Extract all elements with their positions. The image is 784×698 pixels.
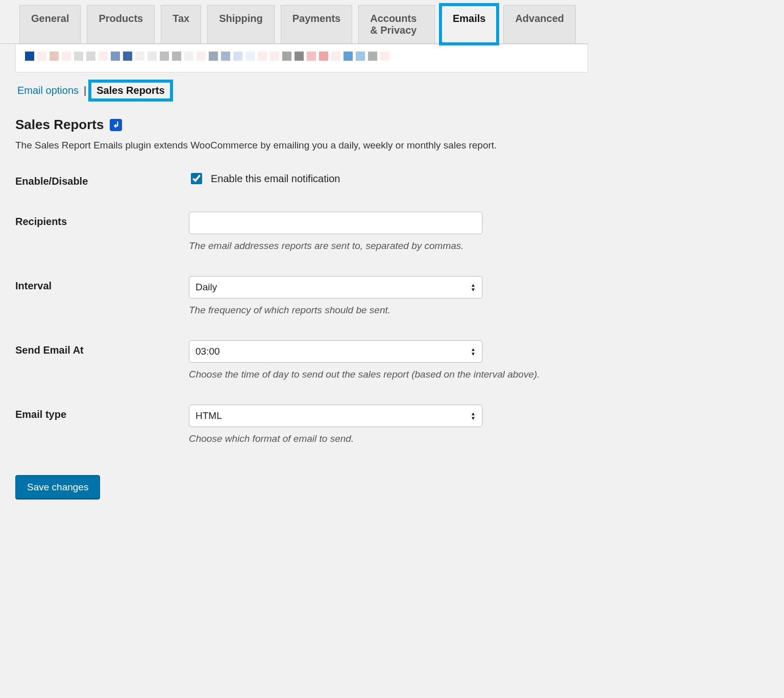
send-at-select[interactable]: 03:00 ▲▼ xyxy=(189,340,482,363)
mosaic-swatch xyxy=(319,52,328,61)
mosaic-swatch xyxy=(62,52,71,61)
tab-emails[interactable]: Emails xyxy=(441,5,497,43)
mosaic-swatch xyxy=(270,52,279,61)
send-at-value: 03:00 xyxy=(195,346,220,357)
mosaic-swatch xyxy=(135,52,144,61)
recipients-help: The email addresses reports are sent to,… xyxy=(189,240,573,252)
mosaic-swatch xyxy=(331,52,340,61)
row-recipients: Recipients The email addresses reports a… xyxy=(15,212,573,252)
subtab-separator: | xyxy=(84,85,86,96)
mosaic-swatch xyxy=(356,52,365,61)
interval-select[interactable]: Daily ▲▼ xyxy=(189,276,482,298)
tab-tax[interactable]: Tax xyxy=(161,5,201,43)
mosaic-swatch xyxy=(282,52,291,61)
mosaic-swatch xyxy=(380,52,389,61)
chevron-updown-icon: ▲▼ xyxy=(471,283,476,292)
mosaic-swatch xyxy=(307,52,316,61)
label-email-type: Email type xyxy=(15,405,174,420)
tab-shipping[interactable]: Shipping xyxy=(207,5,275,43)
email-type-select[interactable]: HTML ▲▼ xyxy=(189,405,482,427)
send-at-help: Choose the time of day to send out the s… xyxy=(189,369,573,380)
back-badge-icon[interactable]: ↲ xyxy=(110,119,122,131)
mosaic-swatch xyxy=(99,52,108,61)
row-enable: Enable/Disable Enable this email notific… xyxy=(15,171,573,187)
mosaic-swatch xyxy=(258,52,267,61)
mosaic-swatch xyxy=(233,52,242,61)
page-description: The Sales Report Emails plugin extends W… xyxy=(15,140,573,151)
page-title: Sales Reports ↲ xyxy=(15,117,573,133)
mosaic-swatch xyxy=(123,52,132,61)
chevron-updown-icon: ▲▼ xyxy=(471,412,476,420)
tab-advanced[interactable]: Advanced xyxy=(503,5,576,43)
settings-tabs: General Products Tax Shipping Payments A… xyxy=(0,0,588,44)
mosaic-swatch xyxy=(184,52,193,61)
recipients-input[interactable] xyxy=(189,212,482,234)
interval-help: The frequency of which reports should be… xyxy=(189,305,573,316)
tab-general[interactable]: General xyxy=(19,5,81,43)
chevron-updown-icon: ▲▼ xyxy=(471,347,476,356)
enable-checkbox-label: Enable this email notification xyxy=(211,173,340,185)
row-interval: Interval Daily ▲▼ The frequency of which… xyxy=(15,276,573,316)
mosaic-swatch xyxy=(37,52,46,61)
mosaic-swatch xyxy=(148,52,157,61)
mosaic-swatch xyxy=(74,52,83,61)
row-send-at: Send Email At 03:00 ▲▼ Choose the time o… xyxy=(15,340,573,380)
mosaic-swatch xyxy=(86,52,95,61)
mosaic-swatch xyxy=(246,52,255,61)
decorative-mosaic xyxy=(15,44,588,72)
mosaic-swatch xyxy=(25,52,34,61)
email-type-help: Choose which format of email to send. xyxy=(189,433,573,444)
label-interval: Interval xyxy=(15,276,174,292)
subtab-sales-reports[interactable]: Sales Reports xyxy=(91,83,169,98)
mosaic-swatch xyxy=(111,52,120,61)
row-email-type: Email type HTML ▲▼ Choose which format o… xyxy=(15,405,573,444)
mosaic-swatch xyxy=(368,52,377,61)
label-recipients: Recipients xyxy=(15,212,174,228)
tab-accounts-privacy[interactable]: Accounts & Privacy xyxy=(358,5,435,43)
page-title-text: Sales Reports xyxy=(15,117,104,133)
label-send-at: Send Email At xyxy=(15,340,174,356)
label-enable: Enable/Disable xyxy=(15,171,174,187)
mosaic-swatch xyxy=(50,52,59,61)
mosaic-swatch xyxy=(160,52,169,61)
mosaic-swatch xyxy=(172,52,181,61)
mosaic-swatch xyxy=(221,52,230,61)
subtab-email-options[interactable]: Email options xyxy=(17,85,79,96)
tab-payments[interactable]: Payments xyxy=(281,5,353,43)
mosaic-swatch xyxy=(295,52,304,61)
mosaic-swatch xyxy=(197,52,206,61)
save-button[interactable]: Save changes xyxy=(15,475,100,500)
mosaic-swatch xyxy=(344,52,353,61)
mosaic-swatch xyxy=(209,52,218,61)
enable-checkbox-wrapper[interactable]: Enable this email notification xyxy=(189,171,573,186)
tab-products[interactable]: Products xyxy=(87,5,155,43)
enable-checkbox[interactable] xyxy=(191,173,202,184)
email-subtabs: Email options | Sales Reports xyxy=(0,72,588,102)
email-type-value: HTML xyxy=(195,410,222,421)
interval-value: Daily xyxy=(195,282,217,293)
